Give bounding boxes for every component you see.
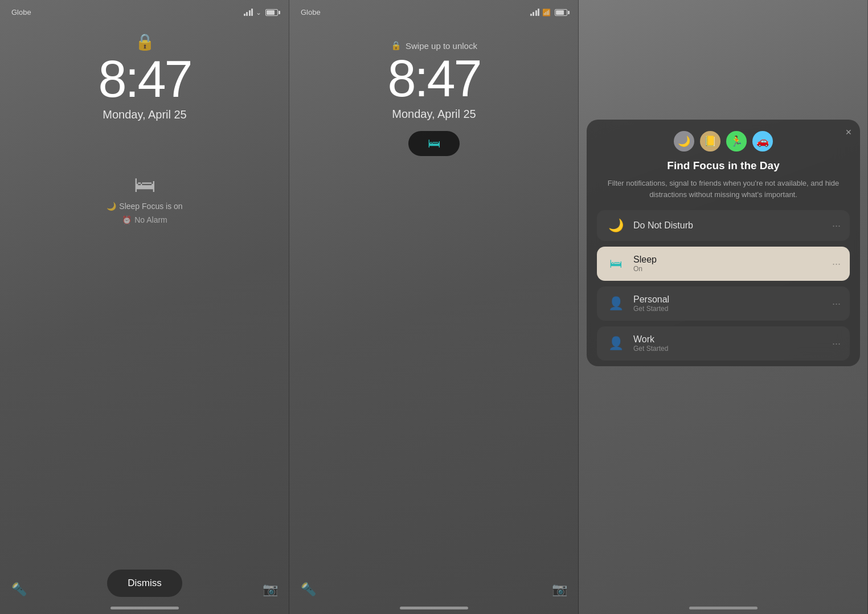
wifi-icon-p2: 📶 <box>542 9 551 17</box>
time-display-p1: 8:47 <box>98 54 191 105</box>
home-indicator-p3 <box>689 607 758 609</box>
lock-icon-p1: 🔒 <box>135 32 155 51</box>
alarm-icon-p1: ⏰ <box>122 215 132 224</box>
work-name: Work <box>633 334 824 345</box>
carrier-label-p2: Globe <box>301 8 321 17</box>
personal-more-icon[interactable]: ··· <box>832 298 841 310</box>
no-alarm-label-p1: ⏰ No Alarm <box>122 215 167 224</box>
status-icons-p2: 📶 <box>530 9 568 17</box>
wifi-icon-p1: ⌄ <box>256 9 261 17</box>
camera-icon-p2[interactable]: 📷 <box>552 582 567 597</box>
home-indicator-p1 <box>110 607 179 609</box>
status-bar-panel2: Globe 📶 <box>289 0 579 17</box>
date-display-p2: Monday, April 25 <box>392 108 476 121</box>
dnd-more-icon[interactable]: ··· <box>832 220 841 232</box>
work-sub: Get Started <box>633 345 824 353</box>
panel-lockscreen-sleep: Globe ⌄ 🔒 8:47 Monday, April 25 🛏 <box>0 0 289 614</box>
flashlight-icon-p1[interactable]: 🔦 <box>11 582 27 597</box>
lock-icon-p2: 🔒 <box>391 40 402 51</box>
signal-icon-p1 <box>244 9 253 16</box>
dnd-text: Do Not Disturb <box>633 220 824 231</box>
focus-list: 🌙 Do Not Disturb ··· 🛏 Sleep On ··· <box>597 210 850 361</box>
carrier-label-p1: Globe <box>11 8 31 17</box>
sleep-toggle-pill[interactable]: 🛏 <box>408 131 460 156</box>
sleep-widget-p1: 🛏 🌙 Sleep Focus is on ⏰ No Alarm <box>107 173 182 224</box>
panel-focus-modes: ✕ 🌙 📒 🏃 🚗 Find Focus in the Day Filter n… <box>579 0 868 614</box>
battery-icon-p2 <box>555 9 567 16</box>
camera-icon-p1[interactable]: 📷 <box>263 582 278 597</box>
focus-item-dnd[interactable]: 🌙 Do Not Disturb ··· <box>597 210 850 241</box>
close-button[interactable]: ✕ <box>845 128 852 137</box>
battery-icon-p1 <box>265 9 278 16</box>
focus-icon-car[interactable]: 🚗 <box>752 131 773 152</box>
focus-item-sleep[interactable]: 🛏 Sleep On ··· <box>597 247 850 281</box>
status-bar-panel1: Globe ⌄ <box>0 0 289 17</box>
home-indicator-p2 <box>400 607 468 609</box>
sleep-icon: 🛏 <box>606 256 625 271</box>
dnd-icon: 🌙 <box>606 218 625 233</box>
focus-card-title: Find Focus in the Day <box>597 159 850 172</box>
flashlight-icon-p2[interactable]: 🔦 <box>301 582 316 597</box>
work-icon: 👤 <box>606 336 625 351</box>
focus-icon-moon[interactable]: 🌙 <box>674 131 694 152</box>
bed-icon-p1: 🛏 <box>134 173 155 197</box>
sleep-name: Sleep <box>633 255 824 265</box>
panel-swipe-unlock: Globe 📶 🔒 Swipe up to unlock 8:47 Mond <box>289 0 579 614</box>
personal-text: Personal Get Started <box>633 294 824 313</box>
sleep-text: Sleep On <box>633 255 824 273</box>
personal-sub: Get Started <box>633 305 824 313</box>
date-display-p1: Monday, April 25 <box>103 108 187 121</box>
work-more-icon[interactable]: ··· <box>832 338 841 350</box>
personal-name: Personal <box>633 294 824 305</box>
work-text: Work Get Started <box>633 334 824 353</box>
focus-item-personal[interactable]: 👤 Personal Get Started ··· <box>597 286 850 321</box>
focus-card: ✕ 🌙 📒 🏃 🚗 Find Focus in the Day Filter n… <box>587 120 860 366</box>
signal-icon-p2 <box>530 9 540 16</box>
dnd-name: Do Not Disturb <box>633 220 824 231</box>
dismiss-button[interactable]: Dismiss <box>107 570 182 597</box>
moon-icon-p1: 🌙 <box>107 202 116 211</box>
personal-icon: 👤 <box>606 296 625 311</box>
sleep-toggle-bed-icon: 🛏 <box>428 136 440 151</box>
focus-card-description: Filter notifications, signal to friends … <box>597 178 850 200</box>
swipe-unlock-label: 🔒 Swipe up to unlock <box>391 40 477 51</box>
focus-icon-run[interactable]: 🏃 <box>726 131 747 152</box>
status-icons-p1: ⌄ <box>244 9 279 17</box>
sleep-more-icon[interactable]: ··· <box>832 258 841 270</box>
sleep-sub: On <box>633 265 824 273</box>
focus-icons-row: 🌙 📒 🏃 🚗 <box>597 131 850 152</box>
focus-item-work[interactable]: 👤 Work Get Started ··· <box>597 326 850 361</box>
focus-icon-book[interactable]: 📒 <box>700 131 720 152</box>
sleep-focus-label-p1: 🌙 Sleep Focus is on <box>107 202 182 211</box>
time-display-p2: 8:47 <box>387 53 480 104</box>
